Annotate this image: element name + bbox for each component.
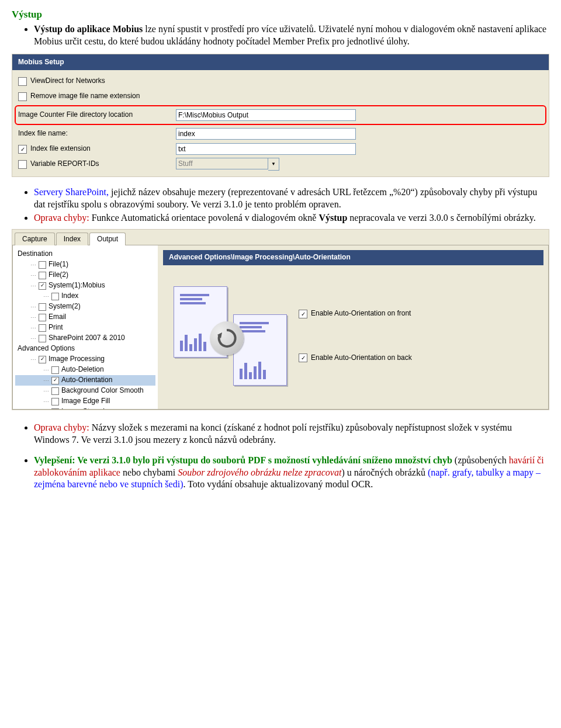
row-viewdirect: ViewDirect for Networks [18, 74, 543, 89]
tree-checkbox[interactable] [39, 303, 46, 311]
final-list: Vylepšení: Ve verzi 3.1.0 bylo při výstu… [12, 455, 549, 491]
tree-label: Auto-Deletion [61, 365, 104, 375]
label-back: Enable Auto-Orientation on back [311, 353, 412, 363]
checkbox-viewdirect[interactable] [18, 77, 27, 86]
input-index-name[interactable] [176, 128, 356, 140]
tree-connector-icon: ⋯ [43, 366, 49, 374]
tree-label: SharePoint 2007 & 2010 [49, 334, 125, 343]
tree-connector-icon: ⋯ [30, 356, 36, 363]
tree-connector-icon: ⋯ [30, 272, 36, 279]
highlighted-row: Image Counter File directory location [15, 105, 546, 125]
imp-red-italic: Soubor zdrojového obrázku nelze zpracova… [178, 467, 341, 477]
intro-list: Výstup do aplikace Mobius lze nyní spust… [12, 23, 549, 48]
tree-label: Background Color Smooth [61, 386, 144, 396]
tab-output[interactable]: Output [89, 233, 126, 246]
imp-b3: ) u náročných obrázků [341, 467, 428, 477]
tree-node[interactable]: ⋯✓Image Processing [15, 354, 155, 365]
label-index-ext: Index file extension [30, 144, 91, 154]
orientation-illustration [170, 286, 287, 386]
tree-node[interactable]: ⋯Auto-Deletion [15, 365, 155, 375]
dropdown-report-ids[interactable] [176, 158, 268, 169]
improvement-green: Vylepšení: Ve verzi 3.1.0 bylo při výstu… [34, 455, 452, 465]
bullet-sharepoint: Servery SharePoint, jejichž název obsahu… [34, 186, 549, 211]
tree-label: Image Processing [49, 355, 105, 364]
tree-connector-icon: ⋯ [30, 324, 36, 332]
tree-connector-icon: ⋯ [30, 303, 36, 311]
tab-index[interactable]: Index [56, 233, 88, 246]
tree-checkbox[interactable] [39, 314, 46, 321]
tree-label: Auto-Orientation [61, 376, 112, 385]
tree-node[interactable]: ⋯Image Edge Fill [15, 396, 155, 407]
tree-node[interactable]: Destination [15, 249, 155, 259]
tree-label: Destination [18, 249, 53, 259]
tree: Destination⋯File(1)⋯File(2)⋯✓System(1):M… [13, 245, 158, 409]
tree-connector-icon: ⋯ [43, 387, 49, 395]
tree-node[interactable]: ⋯File(2) [15, 270, 155, 280]
section-heading: Výstup [12, 8, 549, 21]
tree-connector-icon: ⋯ [43, 408, 49, 410]
tree-node[interactable]: ⋯Index [15, 291, 155, 301]
tree-connector-icon: ⋯ [30, 282, 36, 290]
folder-prefix: Oprava chyby: [34, 422, 89, 432]
fix-prefix: Oprava chyby: [34, 213, 89, 223]
checkbox-report-ids[interactable] [18, 160, 27, 169]
tree-label: File(2) [49, 271, 68, 280]
check-front-row: ✓ Enable Auto-Orientation on front [299, 309, 412, 318]
row-report-ids: Variable REPORT-IDs ▼ [18, 157, 543, 172]
tree-checkbox[interactable] [51, 398, 59, 405]
tab-content: Destination⋯File(1)⋯File(2)⋯✓System(1):M… [12, 245, 549, 410]
mid-list: Servery SharePoint, jejichž název obsahu… [12, 186, 549, 224]
chevron-down-icon[interactable]: ▼ [268, 158, 279, 171]
label-counter-dir: Image Counter File directory location [18, 110, 133, 120]
mobius-setup-panel: Mobius Setup ViewDirect for Networks Rem… [12, 54, 549, 178]
fix-text1: Funkce Automatická orientace povolená v … [89, 213, 319, 223]
checkbox-index-ext[interactable]: ✓ [18, 145, 27, 154]
checkbox-back[interactable]: ✓ [299, 353, 307, 362]
bullet-folder-spaces: Oprava chyby: Názvy složek s mezerami na… [34, 422, 549, 446]
tree-node[interactable]: ⋯✓Auto-Orientation [15, 375, 155, 386]
tree-node[interactable]: ⋯Image Stamping [15, 407, 155, 409]
sharepoint-prefix: Servery SharePoint, [34, 187, 109, 197]
label-index-name: Index file name: [18, 129, 68, 138]
tree-checkbox[interactable] [51, 408, 59, 410]
tree-checkbox[interactable]: ✓ [39, 282, 46, 290]
tree-node[interactable]: ⋯✓System(1):Mobius [15, 280, 155, 291]
label-viewdirect: ViewDirect for Networks [30, 77, 105, 86]
tree-node[interactable]: ⋯Email [15, 312, 155, 323]
bullet-fix-orientation: Oprava chyby: Funkce Automatická orienta… [34, 212, 549, 224]
input-index-ext[interactable] [176, 143, 356, 155]
tree-checkbox[interactable] [51, 366, 59, 374]
tree-node[interactable]: ⋯SharePoint 2007 & 2010 [15, 333, 155, 344]
tree-checkbox[interactable] [51, 293, 59, 300]
tree-checkbox[interactable] [39, 324, 46, 332]
input-counter-dir[interactable] [176, 109, 356, 121]
tree-node[interactable]: ⋯File(1) [15, 259, 155, 270]
tree-checkbox[interactable]: ✓ [51, 377, 59, 384]
tree-node[interactable]: ⋯Background Color Smooth [15, 386, 155, 396]
tree-checkbox[interactable]: ✓ [39, 356, 46, 363]
tree-checkbox[interactable] [39, 261, 46, 269]
tree-label: Advanced Options [18, 344, 75, 353]
panel-body: ViewDirect for Networks Remove image fil… [12, 70, 549, 176]
tree-node[interactable]: Advanced Options [15, 344, 155, 354]
right-pane: Advanced Options\Image Processing\Auto-O… [158, 245, 548, 409]
imp-b4: . Toto vydání obsahuje aktualizovaný mod… [183, 479, 373, 489]
tree-label: Index [61, 292, 78, 301]
tree-connector-icon: ⋯ [43, 377, 49, 384]
tree-connector-icon: ⋯ [30, 314, 36, 321]
checkbox-front[interactable]: ✓ [299, 310, 307, 318]
tree-node[interactable]: ⋯Print [15, 323, 155, 333]
tree-connector-icon: ⋯ [30, 261, 36, 269]
tree-checkbox[interactable] [39, 335, 46, 342]
row-index-ext: ✓ Index file extension [18, 141, 543, 157]
tree-checkbox[interactable] [39, 272, 46, 279]
label-report-ids: Variable REPORT-IDs [30, 160, 99, 169]
tree-connector-icon: ⋯ [43, 398, 49, 405]
tree-checkbox[interactable] [51, 387, 59, 395]
tab-capture[interactable]: Capture [15, 233, 55, 246]
orientation-checks: ✓ Enable Auto-Orientation on front ✓ Ena… [299, 309, 412, 362]
checkbox-remove-ext[interactable] [18, 92, 27, 101]
right-pane-title: Advanced Options\Image Processing\Auto-O… [163, 250, 543, 265]
label-remove-ext: Remove image file name extension [30, 92, 140, 101]
tree-node[interactable]: ⋯System(2) [15, 301, 155, 312]
